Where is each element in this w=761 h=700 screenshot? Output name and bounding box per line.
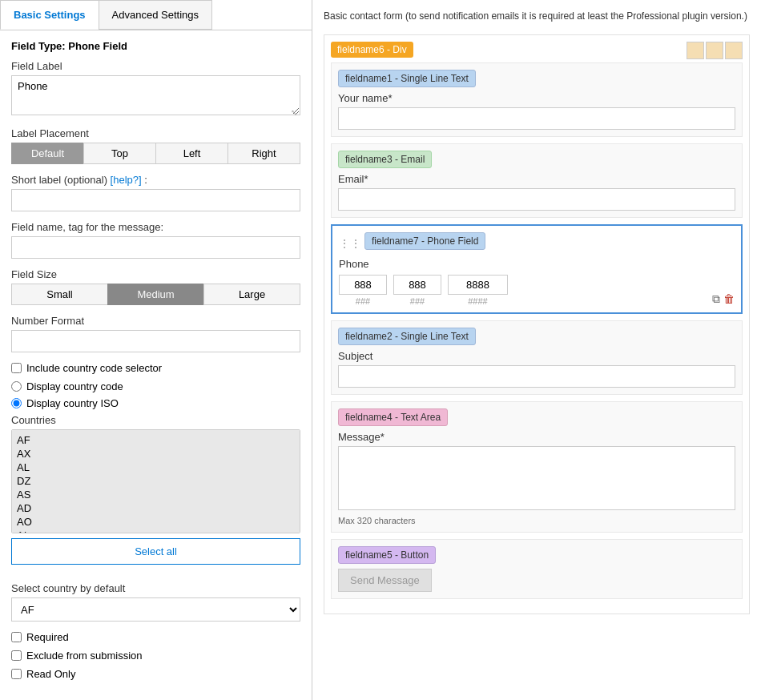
fieldname5-block: fieldname5 - Button Send Message bbox=[331, 539, 743, 599]
info-text: Basic contact form (to send notification… bbox=[324, 10, 750, 23]
field-label-input[interactable]: Phone bbox=[11, 75, 300, 115]
field-name-group: Field name, tag for the message: <%field… bbox=[11, 221, 300, 259]
readonly-checkbox[interactable] bbox=[11, 669, 22, 679]
fieldname5-tag: fieldname5 - Button bbox=[338, 546, 436, 564]
number-format-input[interactable]: ### ### #### bbox=[11, 330, 300, 352]
right-panel: Basic contact form (to send notification… bbox=[312, 0, 761, 700]
tab-basic[interactable]: Basic Settings bbox=[0, 0, 99, 30]
placement-right-btn[interactable]: Right bbox=[227, 143, 300, 164]
fieldname2-tag: fieldname2 - Single Line Text bbox=[338, 328, 476, 345]
phone-sublabel-3: #### bbox=[468, 296, 487, 306]
fieldname3-tag: fieldname3 - Email bbox=[338, 151, 432, 168]
field-label-label: Field Label bbox=[11, 60, 300, 72]
placement-left-btn[interactable]: Left bbox=[155, 143, 227, 164]
help-link[interactable]: [help?] bbox=[111, 174, 142, 186]
fieldname3-label: Email* bbox=[338, 173, 735, 185]
fieldname6-div-block: fieldname6 - Div fieldname1 - Single Lin… bbox=[324, 34, 750, 614]
exclude-checkbox[interactable] bbox=[11, 650, 22, 661]
fieldname2-block: fieldname2 - Single Line Text Subject bbox=[331, 320, 743, 395]
fieldname4-block: fieldname4 - Text Area Message* Max 320 … bbox=[331, 401, 743, 533]
label-placement-buttons: Default Top Left Right bbox=[11, 143, 300, 164]
size-buttons: Small Medium Large bbox=[11, 284, 300, 305]
display-country-iso-radio[interactable] bbox=[11, 398, 22, 408]
display-country-code-label-text: Display country code bbox=[26, 380, 123, 392]
fieldname4-textarea[interactable] bbox=[338, 446, 735, 510]
field-size-group: Field Size Small Medium Large bbox=[11, 268, 300, 305]
phone-input-group-1: ### bbox=[339, 275, 387, 306]
fieldname2-label: Subject bbox=[338, 350, 735, 362]
select-country-dropdown[interactable]: AF bbox=[11, 597, 300, 622]
countries-group: Countries AF AX AL DZ AS AD AO AI AQ AG … bbox=[11, 414, 300, 573]
top-btn-1[interactable] bbox=[687, 42, 704, 59]
short-label-group: Short label (optional) [help?] : bbox=[11, 174, 300, 211]
fieldname1-input[interactable] bbox=[338, 107, 735, 130]
fieldname1-label: Your name* bbox=[338, 92, 735, 104]
resize-handle-icon: ⤡ bbox=[291, 108, 299, 116]
phone-input-group-3: #### bbox=[448, 275, 508, 306]
phone-copy-icon[interactable]: ⧉ bbox=[712, 292, 720, 306]
phone-input-1[interactable] bbox=[339, 275, 387, 295]
fieldname6-tag: fieldname6 - Div bbox=[331, 42, 413, 58]
settings-body: Field Type: Phone Field Field Label Phon… bbox=[0, 30, 312, 700]
label-placement-group: Label Placement Default Top Left Right bbox=[11, 127, 300, 164]
display-country-code-row: Display country code bbox=[11, 380, 300, 392]
phone-action-buttons: ⧉ 🗑 bbox=[712, 292, 735, 306]
field-label-group: Field Label Phone ⤡ bbox=[11, 60, 300, 118]
countries-list[interactable]: AF AX AL DZ AS AD AO AI AQ AG bbox=[11, 429, 300, 533]
readonly-label: Read Only bbox=[26, 668, 75, 680]
send-message-button[interactable]: Send Message bbox=[338, 569, 432, 592]
fieldname1-block: fieldname1 - Single Line Text Your name* bbox=[331, 62, 743, 137]
field-type-label: Field Type: Phone Field bbox=[11, 40, 300, 52]
phone-input-group-2: ### bbox=[393, 275, 441, 306]
field-name-label: Field name, tag for the message: bbox=[11, 221, 300, 233]
fieldname4-label: Message* bbox=[338, 431, 735, 443]
phone-input-3[interactable] bbox=[448, 275, 508, 295]
size-small-btn[interactable]: Small bbox=[11, 284, 107, 305]
short-label-label: Short label (optional) [help?] : bbox=[11, 174, 300, 186]
field-size-label: Field Size bbox=[11, 268, 300, 280]
countries-label: Countries bbox=[11, 414, 300, 426]
display-country-iso-row: Display country ISO bbox=[11, 397, 300, 409]
number-format-label: Number Format bbox=[11, 315, 300, 327]
exclude-row: Exclude from submission bbox=[11, 650, 300, 662]
include-country-code-label: Include country code selector bbox=[26, 362, 162, 374]
top-right-buttons bbox=[687, 42, 743, 59]
max-chars-label: Max 320 characters bbox=[338, 516, 735, 525]
fieldname3-input[interactable] bbox=[338, 188, 735, 211]
fieldname7-tag: fieldname7 - Phone Field bbox=[364, 232, 485, 250]
exclude-label: Exclude from submission bbox=[26, 650, 143, 662]
display-country-iso-label-text: Display country ISO bbox=[26, 397, 119, 409]
readonly-row: Read Only bbox=[11, 668, 300, 680]
include-country-code-row: Include country code selector bbox=[11, 362, 300, 374]
select-country-group: Select country by default AF bbox=[11, 582, 300, 622]
required-label: Required bbox=[26, 631, 69, 643]
label-placement-label: Label Placement bbox=[11, 127, 300, 139]
phone-sublabel-1: ### bbox=[356, 296, 370, 306]
phone-delete-icon[interactable]: 🗑 bbox=[723, 292, 735, 306]
tab-bar: Basic Settings Advanced Settings bbox=[0, 0, 312, 30]
fieldname2-input[interactable] bbox=[338, 365, 735, 388]
number-format-group: Number Format ### ### #### bbox=[11, 315, 300, 352]
required-row: Required bbox=[11, 631, 300, 643]
placement-top-btn[interactable]: Top bbox=[83, 143, 155, 164]
phone-sublabel-2: ### bbox=[410, 296, 425, 306]
fieldname1-tag: fieldname1 - Single Line Text bbox=[338, 70, 476, 87]
drag-handle-icon[interactable]: ⋮⋮ bbox=[339, 237, 361, 250]
select-all-button[interactable]: Select all bbox=[11, 538, 300, 565]
top-btn-3[interactable] bbox=[725, 42, 743, 59]
required-checkbox[interactable] bbox=[11, 632, 22, 642]
fieldname4-tag: fieldname4 - Text Area bbox=[338, 408, 448, 426]
phone-inputs: ### ### #### bbox=[339, 275, 735, 306]
phone-field-label: Phone bbox=[339, 258, 735, 270]
tab-advanced[interactable]: Advanced Settings bbox=[99, 0, 212, 30]
size-medium-btn[interactable]: Medium bbox=[107, 284, 203, 305]
include-country-code-checkbox[interactable] bbox=[11, 363, 22, 373]
size-large-btn[interactable]: Large bbox=[203, 284, 300, 305]
display-country-code-radio[interactable] bbox=[11, 381, 22, 392]
top-btn-2[interactable] bbox=[706, 42, 723, 59]
short-label-input[interactable] bbox=[11, 189, 300, 211]
phone-input-2[interactable] bbox=[393, 275, 441, 295]
field-name-input[interactable]: <%fieldname7%> bbox=[11, 236, 300, 259]
fieldname7-block: ⋮⋮ fieldname7 - Phone Field Phone ### ##… bbox=[331, 224, 743, 314]
placement-default-btn[interactable]: Default bbox=[11, 143, 83, 164]
